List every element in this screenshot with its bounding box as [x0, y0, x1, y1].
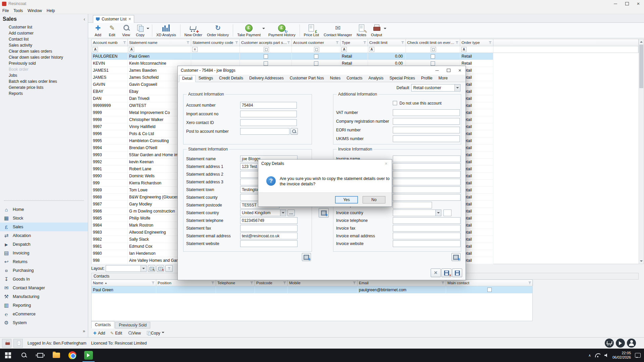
toolbar-payment-history-button[interactable]: ↻Payment History — [266, 23, 298, 37]
filter-icon[interactable] — [441, 282, 444, 284]
filter-cell-statement-name[interactable]: A — [128, 46, 191, 53]
contacts-column-header-name[interactable]: Name▲ — [92, 280, 156, 286]
sidebar-item-add-customer[interactable]: Add customer — [0, 30, 88, 36]
filter-icon[interactable] — [211, 282, 214, 284]
sidebar-expander-button[interactable]: » — [83, 328, 85, 334]
nav-stock[interactable]: ▦Stock — [0, 214, 88, 223]
toolbar-output-button[interactable]: Output — [369, 23, 387, 37]
filter-editor-icon[interactable]: A — [341, 47, 347, 52]
dialog-tab-credit-details[interactable]: Credit Details — [216, 75, 246, 82]
contacts-column-header-telephone[interactable]: Telephone — [216, 280, 255, 286]
dialog-tab-customer-part-nos[interactable]: Customer Part Nos — [287, 75, 327, 82]
sidebar-collapse-button[interactable]: ‹ — [84, 16, 85, 22]
invoice-postcode-input[interactable] — [393, 202, 432, 208]
filter-editor-icon[interactable]: A — [129, 47, 134, 52]
file-explorer-button[interactable] — [48, 349, 64, 362]
sidebar-item-clear-down-sales-orders[interactable]: Clear down sales orders — [0, 48, 88, 54]
invoice-country-input[interactable] — [393, 209, 441, 216]
volume-icon[interactable] — [604, 353, 608, 357]
tray-expand-chevron[interactable]: ∧ — [588, 353, 591, 358]
filter-icon[interactable] — [336, 41, 339, 44]
filter-icon[interactable] — [283, 282, 286, 284]
taskbar-clock[interactable]: 22:05 06/02/2026 — [612, 351, 631, 360]
column-header-credit-limit[interactable]: Credit limit — [368, 39, 406, 46]
do-not-use-checkbox[interactable] — [393, 101, 397, 105]
toolbar-price-list-button[interactable]: £Price List — [302, 23, 321, 37]
filter-cell-customer-accepts-part-shipm[interactable] — [240, 46, 292, 53]
contacts-view-button[interactable]: View — [125, 330, 142, 337]
menu-tools[interactable]: Tools — [11, 8, 25, 13]
nav-reporting[interactable]: ▥Reporting — [0, 301, 88, 310]
chrome-button[interactable] — [64, 349, 80, 362]
task-view-button[interactable] — [32, 349, 48, 362]
chevron-down-icon[interactable] — [262, 28, 265, 31]
sidebar-item-customer-list[interactable]: Customer list — [0, 24, 88, 30]
chevron-down-icon[interactable] — [147, 28, 149, 31]
contact-row[interactable]: Paul Greenpaulgreen@btinternet.com — [91, 286, 533, 293]
layout-save-button[interactable]: ✎ — [148, 265, 155, 272]
chevron-down-icon[interactable] — [435, 210, 441, 216]
import-account-no-input[interactable] — [240, 111, 297, 117]
nav-ecommerce[interactable]: ℮eCommerce — [0, 310, 88, 318]
sidebar-item-batch-edit-sales-order-lines[interactable]: Batch edit sales order lines — [0, 78, 88, 84]
maximize-button[interactable] — [621, 0, 633, 7]
column-header-account-numb[interactable]: Account numb — [92, 39, 128, 46]
network-icon[interactable] — [595, 353, 600, 357]
contacts-column-header-main-contact[interactable]: Main contact — [446, 280, 533, 286]
save-exit-button[interactable]: × — [441, 268, 451, 277]
copy-dialog-close-icon[interactable] — [380, 161, 392, 166]
tab-close-icon[interactable] — [128, 17, 131, 21]
dialog-maximize-button[interactable] — [443, 66, 454, 75]
nav-returns[interactable]: ↩Returns — [0, 257, 88, 266]
no-button[interactable]: No — [363, 196, 385, 203]
save-button[interactable] — [452, 268, 462, 277]
filter-cell-type[interactable]: A — [340, 46, 368, 53]
toolbar-new-order-button[interactable]: ✚New Order — [182, 23, 205, 37]
nav-invoicing[interactable]: ▤Invoicing — [0, 249, 88, 257]
contacts-edit-button[interactable]: Edit — [108, 330, 123, 337]
filter-icon[interactable] — [250, 282, 253, 284]
nav-sales[interactable]: £Sales — [0, 223, 88, 231]
invoice-website-input[interactable] — [393, 240, 461, 247]
sidebar-item-jobs[interactable]: Jobs — [0, 72, 88, 78]
filter-icon[interactable] — [528, 282, 531, 284]
scroll-down-icon[interactable] — [639, 259, 644, 264]
dialog-tab-more[interactable]: More — [435, 75, 450, 82]
layout-filter-button[interactable] — [165, 265, 173, 272]
column-header-order-type[interactable]: Order type — [460, 39, 493, 46]
filter-icon[interactable] — [186, 41, 190, 44]
dialog-tab-profile[interactable]: Profile — [418, 75, 435, 82]
statement-email-address-input[interactable]: test@resincoat.co.uk — [240, 233, 298, 239]
scroll-up-icon[interactable] — [639, 39, 644, 44]
statement-website-input[interactable] — [240, 240, 298, 247]
company-registration-number-input[interactable] — [393, 118, 460, 125]
column-header-type[interactable]: Type — [340, 39, 368, 46]
column-header-customer-accepts-part-shipm[interactable]: Customer accepts part shipm — [240, 39, 292, 46]
toolbar-notes-button[interactable]: ✎Notes — [354, 23, 369, 37]
filter-cell-credit-limit[interactable]: A — [368, 46, 406, 53]
sidebar-item-generate-price-lists[interactable]: Generate price lists — [0, 84, 88, 90]
sidebar-splitter[interactable] — [4, 200, 84, 202]
invoice-name-input[interactable] — [393, 156, 461, 162]
statement-copy-address-button[interactable] — [302, 253, 311, 261]
minimize-button[interactable] — [610, 0, 621, 7]
filter-editor-icon[interactable]: A — [369, 47, 374, 52]
account-number-input[interactable]: 75484 — [240, 102, 297, 109]
invoice-telephone-input[interactable] — [393, 217, 461, 224]
status-printer-button[interactable] — [2, 339, 11, 348]
invoice-copy-address-button[interactable] — [451, 253, 461, 261]
invoice-address-2-input[interactable] — [393, 171, 461, 178]
default-type-combo[interactable]: Retail customer — [411, 84, 461, 92]
status-card-button[interactable] — [13, 339, 23, 348]
chevron-down-icon[interactable] — [141, 265, 146, 272]
customer-row[interactable]: PAULGREENPaul GreenRetail0.00Retail — [92, 53, 493, 60]
bottom-tab-previously-sold[interactable]: Previously Sold — [115, 322, 150, 328]
toolbar-view-button[interactable]: View — [119, 23, 133, 37]
filter-cell-check-credit-limit-on-every-order[interactable] — [406, 46, 460, 53]
filter-cell-order-type[interactable]: A — [460, 46, 493, 53]
scrollbar-thumb[interactable] — [639, 45, 643, 88]
statement-fax-input[interactable] — [240, 225, 298, 232]
toolbar-add-button[interactable]: Add — [91, 23, 105, 37]
filter-icon[interactable] — [123, 41, 126, 44]
filter-editor-icon[interactable]: A — [461, 47, 467, 52]
